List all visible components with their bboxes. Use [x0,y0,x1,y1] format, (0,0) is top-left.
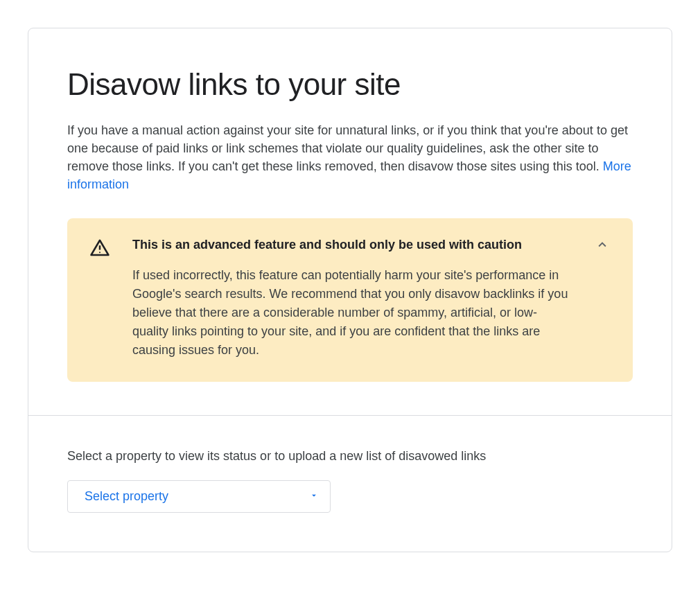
description-text: If you have a manual action against your… [67,123,628,173]
collapse-button[interactable] [594,238,611,254]
page-description: If you have a manual action against your… [67,121,633,193]
property-select-placeholder: Select property [85,489,168,504]
warning-content: This is an advanced feature and should o… [132,238,572,360]
page-title: Disavow links to your site [67,67,633,102]
warning-panel: This is an advanced feature and should o… [67,218,633,382]
property-select-dropdown[interactable]: Select property [67,480,331,513]
main-card: Disavow links to your site If you have a… [28,28,672,552]
caret-down-icon [309,491,319,503]
svg-point-1 [99,252,100,254]
chevron-up-icon [595,237,610,255]
warning-body: If used incorrectly, this feature can po… [132,266,572,360]
property-section: Select a property to view its status or … [28,416,672,552]
intro-section: Disavow links to your site If you have a… [28,28,672,415]
warning-icon [89,238,110,258]
warning-title: This is an advanced feature and should o… [132,238,572,252]
property-select-label: Select a property to view its status or … [67,449,633,464]
